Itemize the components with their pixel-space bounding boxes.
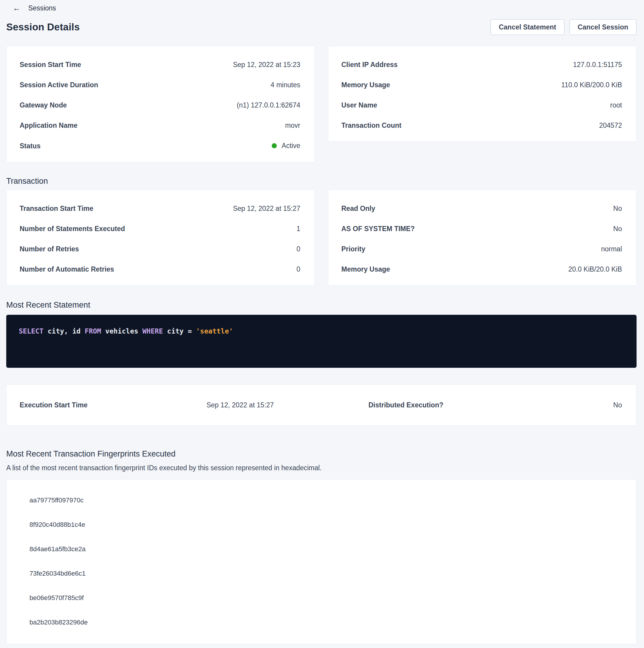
- row-value: 0: [296, 245, 300, 253]
- row-value: 110.0 KiB/200.0 KiB: [561, 81, 622, 89]
- row-value: 204572: [599, 121, 622, 129]
- sql-text: city =: [163, 327, 196, 335]
- row-label: Gateway Node: [20, 101, 67, 109]
- row-value: 127.0.0.1:51175: [573, 60, 622, 69]
- summary-row: User Name root: [341, 101, 622, 109]
- row-label: Client IP Address: [341, 60, 398, 69]
- row-label: Transaction Count: [341, 121, 402, 129]
- arrow-left-icon: ←: [13, 4, 20, 12]
- transaction-card-left: Transaction Start Time Sep 12, 2022 at 1…: [6, 190, 315, 285]
- row-label: Session Active Duration: [20, 81, 98, 89]
- summary-row: Session Active Duration 4 minutes: [20, 81, 300, 89]
- page-header: Session Details Cancel Statement Cancel …: [6, 18, 637, 36]
- session-summary-card-left: Session Start Time Sep 12, 2022 at 15:23…: [6, 46, 315, 162]
- row-value: Sep 12, 2022 at 15:27: [207, 401, 274, 409]
- summary-row: Priority normal: [341, 245, 622, 253]
- summary-row: Client IP Address 127.0.0.1:51175: [341, 60, 622, 69]
- row-value: Sep 12, 2022 at 15:27: [233, 204, 300, 213]
- sql-statement: SELECT city, id FROM vehicles WHERE city…: [19, 327, 624, 336]
- summary-row: Number of Statements Executed 1: [20, 224, 300, 233]
- fingerprint-item: 8f920c40d88b1c4e: [30, 521, 622, 529]
- breadcrumb-back-sessions[interactable]: ← Sessions: [13, 3, 637, 13]
- row-value: root: [610, 101, 622, 109]
- execution-summary-card: Execution Start Time Sep 12, 2022 at 15:…: [6, 384, 637, 426]
- fingerprints-description: A list of the most recent transaction fi…: [6, 464, 637, 472]
- status-value: Active: [282, 142, 300, 150]
- sql-keyword: SELECT: [19, 327, 44, 335]
- sql-keyword: WHERE: [142, 327, 163, 335]
- fingerprints-card: aa79775ff097970c 8f920c40d88b1c4e 8d4ae6…: [6, 479, 637, 644]
- statement-section-title: Most Recent Statement: [6, 300, 637, 310]
- row-label: Execution Start Time: [20, 401, 87, 409]
- summary-row: Memory Usage 20.0 KiB/20.0 KiB: [341, 265, 622, 273]
- fingerprints-section-title: Most Recent Transaction Fingerprints Exe…: [6, 449, 637, 459]
- session-summary-cards: Session Start Time Sep 12, 2022 at 15:23…: [6, 46, 637, 162]
- row-label: Read Only: [341, 204, 375, 213]
- execution-start-item: Execution Start Time Sep 12, 2022 at 15:…: [20, 401, 321, 409]
- summary-row: Transaction Start Time Sep 12, 2022 at 1…: [20, 204, 300, 213]
- row-value: normal: [601, 245, 622, 253]
- row-value: No: [613, 401, 622, 409]
- gateway-node-link[interactable]: (n1) 127.0.0.1:62674: [237, 101, 300, 109]
- row-label: Application Name: [20, 121, 77, 129]
- row-value: No: [613, 204, 622, 213]
- distributed-execution-item: Distributed Execution? No: [321, 401, 622, 409]
- cancel-session-button[interactable]: Cancel Session: [569, 19, 637, 35]
- fingerprint-item: be06e9570f785c9f: [30, 594, 622, 602]
- row-value: No: [613, 224, 622, 233]
- row-label: User Name: [341, 101, 377, 109]
- row-value: 20.0 KiB/20.0 KiB: [569, 265, 622, 273]
- transaction-section-title: Transaction: [6, 176, 637, 186]
- summary-row-status: Status Active: [20, 142, 300, 150]
- status-active-dot-icon: [272, 143, 277, 148]
- status-badge: Active: [272, 142, 300, 150]
- sql-code-block: SELECT city, id FROM vehicles WHERE city…: [6, 315, 637, 368]
- row-value: movr: [285, 121, 300, 129]
- summary-row: Number of Retries 0: [20, 245, 300, 253]
- row-label: Status: [20, 142, 41, 150]
- summary-row: Application Name movr: [20, 121, 300, 129]
- row-value: 0: [296, 265, 300, 273]
- row-label: AS OF SYSTEM TIME?: [341, 224, 415, 233]
- transaction-cards: Transaction Start Time Sep 12, 2022 at 1…: [6, 190, 637, 285]
- fingerprint-item: aa79775ff097970c: [30, 496, 622, 504]
- fingerprint-item: ba2b203b823296de: [30, 618, 622, 627]
- row-label: Distributed Execution?: [368, 401, 444, 409]
- summary-row: Read Only No: [341, 204, 622, 213]
- row-label: Number of Statements Executed: [20, 224, 125, 233]
- row-value: 4 minutes: [271, 81, 300, 89]
- row-label: Transaction Start Time: [20, 204, 94, 213]
- header-actions: Cancel Statement Cancel Session: [490, 19, 637, 35]
- row-value: Sep 12, 2022 at 15:23: [233, 60, 300, 69]
- fingerprint-item: 8d4ae61a5fb3ce2a: [30, 545, 622, 553]
- summary-row: AS OF SYSTEM TIME? No: [341, 224, 622, 233]
- row-label: Priority: [341, 245, 365, 253]
- sql-text: vehicles: [101, 327, 142, 335]
- row-label: Number of Retries: [20, 245, 79, 253]
- summary-row: Transaction Count 204572: [341, 121, 622, 129]
- sql-keyword: FROM: [85, 327, 101, 335]
- row-value: 1: [296, 224, 300, 233]
- summary-row: Session Start Time Sep 12, 2022 at 15:23: [20, 60, 300, 69]
- row-label: Number of Automatic Retries: [20, 265, 114, 273]
- summary-row: Number of Automatic Retries 0: [20, 265, 300, 273]
- transaction-card-right: Read Only No AS OF SYSTEM TIME? No Prior…: [328, 190, 637, 285]
- summary-row: Gateway Node (n1) 127.0.0.1:62674: [20, 101, 300, 109]
- row-label: Session Start Time: [20, 60, 81, 69]
- row-label: Memory Usage: [341, 265, 390, 273]
- breadcrumb-label: Sessions: [28, 4, 56, 12]
- row-label: Memory Usage: [341, 81, 390, 89]
- summary-row: Memory Usage 110.0 KiB/200.0 KiB: [341, 81, 622, 89]
- sql-text: city, id: [44, 327, 84, 335]
- session-details-page: ← Sessions Session Details Cancel Statem…: [0, 0, 644, 644]
- fingerprint-item: 73fe26034bd6e6c1: [30, 570, 622, 578]
- page-title: Session Details: [6, 21, 80, 33]
- sql-string: 'seattle': [196, 327, 233, 335]
- session-summary-card-right: Client IP Address 127.0.0.1:51175 Memory…: [328, 46, 637, 142]
- cancel-statement-button[interactable]: Cancel Statement: [490, 19, 565, 35]
